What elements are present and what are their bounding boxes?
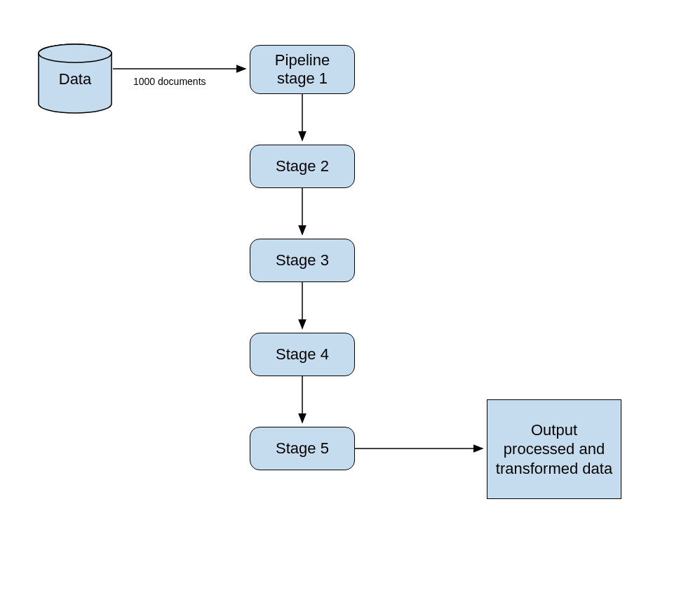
output-label: Output processed and transformed data bbox=[494, 420, 614, 479]
stage2-node: Stage 2 bbox=[250, 145, 355, 188]
stage2-label: Stage 2 bbox=[276, 157, 329, 175]
stage1-label: Pipeline stage 1 bbox=[256, 51, 349, 88]
svg-point-0 bbox=[39, 44, 112, 62]
stage4-node: Stage 4 bbox=[250, 333, 355, 376]
output-node: Output processed and transformed data bbox=[487, 399, 621, 499]
pipeline-diagram: Data Pipeline stage 1 Stage 2 Stage 3 St… bbox=[0, 0, 700, 591]
stage3-node: Stage 3 bbox=[250, 239, 355, 282]
svg-point-1 bbox=[39, 44, 112, 62]
stage4-label: Stage 4 bbox=[276, 345, 329, 364]
stage5-label: Stage 5 bbox=[276, 439, 329, 458]
data-node: Data bbox=[37, 44, 113, 114]
stage5-node: Stage 5 bbox=[250, 427, 355, 470]
data-label: Data bbox=[37, 70, 113, 88]
stage1-node: Pipeline stage 1 bbox=[250, 45, 355, 94]
stage3-label: Stage 3 bbox=[276, 251, 329, 270]
edge-data-to-stage1-label: 1000 documents bbox=[133, 76, 206, 87]
